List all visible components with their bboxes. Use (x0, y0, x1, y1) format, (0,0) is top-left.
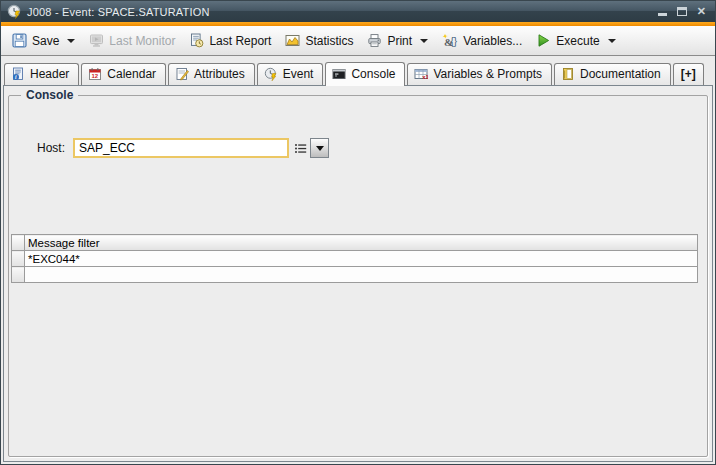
svg-text:x1: x1 (423, 74, 429, 80)
host-input[interactable] (73, 138, 289, 158)
last-report-label: Last Report (209, 34, 271, 48)
toolbar: Save Last Monitor (1, 26, 715, 56)
host-dropdown-button[interactable] (310, 138, 329, 158)
statistics-button[interactable]: Statistics (278, 30, 360, 51)
minimize-icon[interactable] (658, 13, 667, 16)
tab-attributes-label: Attributes (194, 67, 245, 81)
tab-calendar[interactable]: 12 Calendar (81, 63, 166, 85)
attributes-icon (175, 67, 189, 81)
execute-label: Execute (556, 34, 599, 48)
report-icon (189, 33, 204, 48)
svg-text:{}: {} (451, 36, 458, 47)
last-monitor-label: Last Monitor (109, 34, 175, 48)
last-report-button[interactable]: Last Report (182, 30, 278, 51)
execute-icon (536, 33, 551, 48)
tab-add[interactable]: [+] (673, 63, 704, 85)
tab-documentation-label: Documentation (580, 67, 661, 81)
save-label: Save (32, 34, 59, 48)
header-icon: i (11, 67, 25, 81)
console-groupbox: Console Host: (8, 95, 708, 457)
calendar-icon: 12 (88, 67, 102, 81)
tab-variables-prompts[interactable]: x1 Variables & Prompts (407, 63, 552, 85)
tab-calendar-label: Calendar (107, 67, 156, 81)
host-field-row: Host: (37, 138, 329, 158)
variables-button[interactable]: & {} Variables... (435, 30, 529, 51)
tab-variables-prompts-label: Variables & Prompts (433, 67, 542, 81)
print-dropdown-caret-icon[interactable] (420, 39, 428, 43)
message-filter-cell[interactable]: *EXC044* (25, 251, 698, 267)
window-controls: ✕ (658, 6, 709, 17)
statistics-label: Statistics (305, 34, 353, 48)
tab-header-label: Header (30, 67, 69, 81)
tab-strip: i Header 12 Calendar (1, 56, 715, 85)
print-icon (367, 33, 382, 48)
maximize-icon[interactable] (677, 7, 687, 16)
tab-event-label: Event (283, 67, 314, 81)
message-filter-cell[interactable] (25, 267, 698, 283)
tab-event[interactable]: Event (257, 63, 324, 85)
variables-icon: & {} (442, 33, 458, 48)
save-icon (12, 33, 27, 48)
documentation-icon (561, 67, 575, 81)
table-row[interactable] (12, 267, 698, 283)
tab-attributes[interactable]: Attributes (168, 63, 255, 85)
title-bar[interactable]: J008 - Event: SPACE.SATURATION ✕ (1, 1, 715, 22)
event-window-icon (7, 4, 22, 19)
console-group-label: Console (21, 88, 78, 102)
chevron-down-icon (316, 146, 324, 151)
close-icon[interactable]: ✕ (697, 6, 706, 17)
variables-prompts-icon: x1 (414, 67, 428, 81)
message-filter-column-header[interactable]: Message filter (25, 235, 698, 251)
tab-documentation[interactable]: Documentation (554, 63, 671, 85)
table-row[interactable]: *EXC044* (12, 251, 698, 267)
execute-button[interactable]: Execute (529, 30, 622, 51)
last-monitor-button[interactable]: Last Monitor (82, 30, 182, 51)
print-label: Print (387, 34, 412, 48)
row-selector-header (12, 235, 25, 251)
event-icon (264, 67, 278, 81)
table-header-row: Message filter (12, 235, 698, 251)
window-title: J008 - Event: SPACE.SATURATION (27, 6, 210, 18)
statistics-icon (285, 33, 300, 48)
console-tab-panel: Console Host: (3, 85, 713, 462)
svg-text:12: 12 (92, 73, 99, 79)
add-tab-icon: [+] (681, 67, 696, 81)
variables-label: Variables... (463, 34, 522, 48)
save-button[interactable]: Save (5, 30, 82, 51)
message-filter-table: Message filter *EXC044* (11, 234, 698, 283)
tab-console-label: Console (351, 67, 395, 81)
execute-dropdown-caret-icon[interactable] (608, 39, 616, 43)
save-dropdown-caret-icon[interactable] (67, 39, 75, 43)
console-icon (332, 67, 346, 81)
row-selector-cell[interactable] (12, 251, 25, 267)
tab-header[interactable]: i Header (4, 63, 79, 85)
row-selector-cell[interactable] (12, 267, 25, 283)
monitor-icon (89, 33, 104, 48)
host-label: Host: (37, 141, 65, 155)
tab-console[interactable]: Console (325, 62, 405, 86)
host-list-picker-icon[interactable] (294, 142, 307, 155)
application-window: J008 - Event: SPACE.SATURATION ✕ Save (0, 0, 716, 465)
print-button[interactable]: Print (360, 30, 435, 51)
